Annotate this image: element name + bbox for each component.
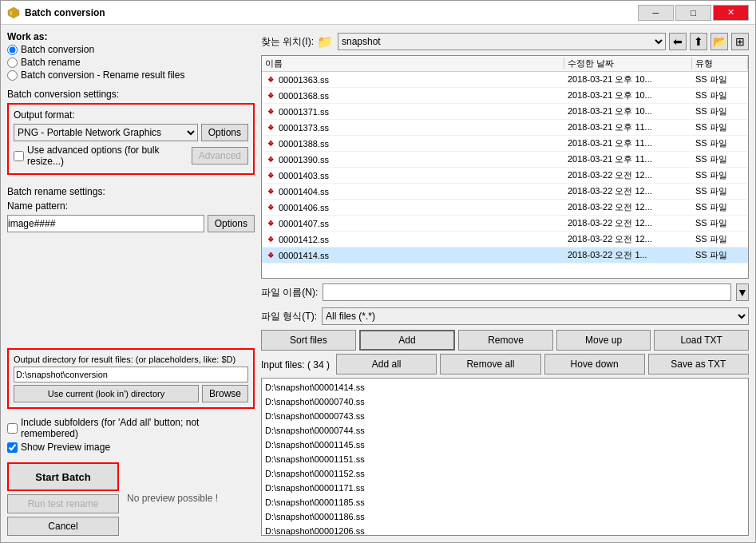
input-file-item[interactable]: D:\snapshot\00001414.ss bbox=[265, 380, 745, 394]
output-dir-buttons: Use current (look in') directory Browse bbox=[14, 385, 248, 402]
file-type-label: 파일 형식(T): bbox=[261, 310, 317, 323]
ss-icon: ❖ bbox=[265, 186, 276, 197]
move-down-button[interactable]: Hove down bbox=[544, 354, 645, 375]
nav-new-folder-button[interactable]: 📂 bbox=[710, 33, 728, 50]
nav-label: 찾는 위치(I): bbox=[261, 35, 314, 49]
file-row[interactable]: ❖ 00001390.ss 2018-03-21 오후 11... SS 파일 bbox=[262, 152, 748, 168]
input-file-item[interactable]: D:\snapshot\00001171.ss bbox=[265, 481, 745, 495]
file-row[interactable]: ❖ 00001403.ss 2018-03-22 오전 12... SS 파일 bbox=[262, 168, 748, 184]
add-button[interactable]: Add bbox=[359, 330, 456, 351]
include-subfolders-row[interactable]: Include subfolders (for 'Add all' button… bbox=[7, 417, 255, 439]
col-type: 유형 bbox=[692, 57, 748, 69]
file-type-row: 파일 형식(T): All files (*.*) bbox=[261, 306, 749, 327]
show-preview-row[interactable]: Show Preview image bbox=[7, 442, 255, 453]
output-dir-input[interactable] bbox=[14, 367, 248, 382]
advanced-button[interactable]: Advanced bbox=[192, 147, 248, 164]
run-test-button[interactable]: Run test rename bbox=[7, 494, 119, 513]
options-button[interactable]: Options bbox=[201, 124, 248, 141]
action-buttons-row1: Sort files Add Remove Move up Load TXT bbox=[261, 330, 749, 351]
close-button[interactable]: ✕ bbox=[713, 5, 749, 21]
file-row[interactable]: ❖ 00001373.ss 2018-03-21 오후 11... SS 파일 bbox=[262, 120, 748, 136]
minimize-button[interactable]: ─ bbox=[638, 5, 674, 21]
col-name: 이름 bbox=[262, 57, 564, 69]
nav-path-select[interactable]: snapshot bbox=[338, 33, 666, 50]
move-up-button[interactable]: Move up bbox=[556, 330, 651, 351]
radio-batch-conversion[interactable]: Batch conversion bbox=[7, 44, 255, 55]
input-file-item[interactable]: D:\snapshot\00001186.ss bbox=[265, 509, 745, 524]
nav-back-button[interactable]: ⬅ bbox=[669, 33, 687, 50]
file-row[interactable]: ❖ 00001407.ss 2018-03-22 오전 12... SS 파일 bbox=[262, 216, 748, 232]
output-dir-group: Output directory for result files: (or p… bbox=[7, 348, 255, 409]
conversion-settings-group: Output format: PNG - Portable Network Gr… bbox=[7, 103, 255, 175]
radio-batch-conversion-rename-input[interactable] bbox=[7, 70, 18, 81]
sort-files-button[interactable]: Sort files bbox=[261, 330, 356, 351]
input-file-item[interactable]: D:\snapshot\00001206.ss bbox=[265, 524, 745, 536]
name-pattern-row: Options bbox=[7, 215, 255, 232]
show-preview-checkbox[interactable] bbox=[7, 442, 18, 453]
file-list-header: 이름 수정한 날짜 유형 bbox=[262, 56, 748, 72]
radio-batch-rename[interactable]: Batch rename bbox=[7, 57, 255, 68]
format-row: PNG - Portable Network Graphics Options bbox=[14, 124, 248, 141]
input-files-list[interactable]: D:\snapshot\00001414.ssD:\snapshot\00000… bbox=[261, 378, 749, 536]
file-list-body[interactable]: ❖ 00001363.ss 2018-03-21 오후 10... SS 파일 … bbox=[262, 72, 748, 278]
input-file-item[interactable]: D:\snapshot\00000740.ss bbox=[265, 394, 745, 409]
app-icon: i bbox=[7, 6, 20, 19]
name-options-button[interactable]: Options bbox=[208, 215, 255, 232]
remove-all-button[interactable]: Remove all bbox=[440, 354, 540, 375]
title-bar: i Batch conversion ─ □ ✕ bbox=[1, 1, 755, 25]
input-file-item[interactable]: D:\snapshot\00000744.ss bbox=[265, 423, 745, 438]
name-pattern-input[interactable] bbox=[7, 215, 204, 232]
file-row[interactable]: ❖ 00001368.ss 2018-03-21 오후 10... SS 파일 bbox=[262, 88, 748, 104]
use-current-button[interactable]: Use current (look in') directory bbox=[14, 385, 199, 402]
input-file-item[interactable]: D:\snapshot\00001152.ss bbox=[265, 466, 745, 481]
main-window: i Batch conversion ─ □ ✕ Work as: Batch … bbox=[0, 0, 756, 543]
left-bottom-row: Start Batch Run test rename Cancel No pr… bbox=[7, 462, 255, 536]
ss-icon: ❖ bbox=[265, 106, 276, 117]
include-subfolders-checkbox[interactable] bbox=[7, 423, 18, 434]
show-preview-label: Show Preview image bbox=[21, 442, 110, 453]
input-file-item[interactable]: D:\snapshot\00001151.ss bbox=[265, 452, 745, 466]
preview-area: No preview possible ! bbox=[127, 469, 218, 504]
advanced-options-checkbox[interactable] bbox=[14, 151, 24, 161]
bottom-checkboxes: Include subfolders (for 'Add all' button… bbox=[7, 417, 255, 453]
input-file-item[interactable]: D:\snapshot\00001185.ss bbox=[265, 495, 745, 509]
add-all-button[interactable]: Add all bbox=[336, 354, 437, 375]
window-controls: ─ □ ✕ bbox=[638, 5, 749, 21]
start-batch-button[interactable]: Start Batch bbox=[7, 462, 119, 491]
nav-up-button[interactable]: ⬆ bbox=[690, 33, 707, 50]
file-row[interactable]: ❖ 00001371.ss 2018-03-21 오후 10... SS 파일 bbox=[262, 104, 748, 120]
file-nav-bar: 찾는 위치(I): 📁 snapshot ⬅ ⬆ 📂 ⊞ bbox=[261, 31, 749, 52]
file-type-select[interactable]: All files (*.*) bbox=[322, 307, 749, 325]
window-title: Batch conversion bbox=[25, 7, 638, 18]
input-file-item[interactable]: D:\snapshot\00000743.ss bbox=[265, 409, 745, 423]
input-file-item[interactable]: D:\snapshot\00001145.ss bbox=[265, 438, 745, 452]
col-date: 수정한 날짜 bbox=[564, 57, 692, 69]
name-pattern-label: Name pattern: bbox=[7, 200, 255, 212]
ss-icon: ❖ bbox=[265, 90, 276, 101]
work-as-label: Work as: bbox=[7, 31, 255, 42]
browse-button[interactable]: Browse bbox=[202, 385, 248, 402]
remove-button[interactable]: Remove bbox=[458, 330, 553, 351]
cancel-button[interactable]: Cancel bbox=[7, 517, 119, 536]
format-select[interactable]: PNG - Portable Network Graphics bbox=[14, 124, 198, 141]
file-row[interactable]: ❖ 00001363.ss 2018-03-21 오후 10... SS 파일 bbox=[262, 72, 748, 88]
file-row[interactable]: ❖ 00001388.ss 2018-03-21 오후 11... SS 파일 bbox=[262, 136, 748, 152]
maximize-button[interactable]: □ bbox=[675, 5, 711, 21]
nav-view-button[interactable]: ⊞ bbox=[731, 33, 749, 50]
conversion-settings-label: Batch conversion settings: bbox=[7, 89, 255, 100]
radio-batch-conversion-input[interactable] bbox=[7, 45, 18, 55]
left-action-buttons: Start Batch Run test rename Cancel bbox=[7, 462, 119, 536]
preview-text: No preview possible ! bbox=[127, 493, 218, 504]
radio-batch-rename-input[interactable] bbox=[7, 57, 18, 68]
file-row[interactable]: ❖ 00001404.ss 2018-03-22 오전 12... SS 파일 bbox=[262, 184, 748, 200]
load-txt-button[interactable]: Load TXT bbox=[654, 330, 749, 351]
file-row[interactable]: ❖ 00001412.ss 2018-03-22 오전 12... SS 파일 bbox=[262, 232, 748, 248]
file-row[interactable]: ❖ 00001414.ss 2018-03-22 오전 1... SS 파일 bbox=[262, 248, 748, 264]
ss-icon: ❖ bbox=[265, 74, 276, 85]
file-row[interactable]: ❖ 00001406.ss 2018-03-22 오전 12... SS 파일 bbox=[262, 200, 748, 216]
file-name-dropdown[interactable]: ▼ bbox=[736, 283, 749, 301]
ss-icon: ❖ bbox=[265, 250, 276, 261]
radio-batch-conversion-rename[interactable]: Batch conversion - Rename result files bbox=[7, 69, 255, 81]
file-name-input[interactable] bbox=[323, 283, 731, 301]
save-as-txt-button[interactable]: Save as TXT bbox=[648, 354, 749, 375]
